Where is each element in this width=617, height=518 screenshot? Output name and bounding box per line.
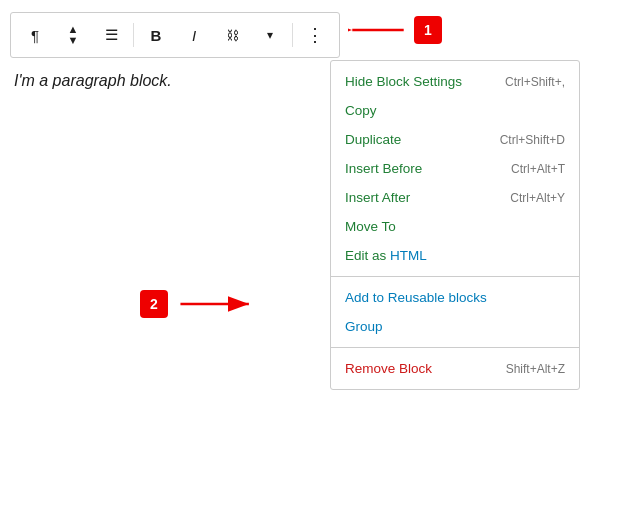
html-highlight: HTML	[390, 248, 427, 263]
menu-item-copy[interactable]: Copy	[331, 96, 579, 125]
menu-item-remove-block-shortcut: Shift+Alt+Z	[506, 362, 565, 376]
menu-item-add-reusable[interactable]: Add to Reusable blocks	[331, 283, 579, 312]
menu-item-move-to-label: Move To	[345, 219, 396, 234]
menu-section-2: Add to Reusable blocks Group	[331, 277, 579, 348]
menu-item-duplicate-shortcut: Ctrl+Shift+D	[500, 133, 565, 147]
menu-item-group-label: Group	[345, 319, 383, 334]
menu-item-hide-block-settings[interactable]: Hide Block Settings Ctrl+Shift+,	[331, 67, 579, 96]
paragraph-text: I'm a paragraph block.	[14, 72, 172, 90]
toolbar: ¶ ▲▼ ☰ B I ⛓ ▾ ⋮	[10, 12, 340, 58]
menu-item-hide-block-settings-label: Hide Block Settings	[345, 74, 462, 89]
three-dots-btn[interactable]: ⋮	[297, 17, 333, 53]
menu-item-remove-block[interactable]: Remove Block Shift+Alt+Z	[331, 354, 579, 383]
link-btn[interactable]: ⛓	[214, 17, 250, 53]
annotation-2: 2	[140, 290, 256, 318]
menu-item-move-to[interactable]: Move To	[331, 212, 579, 241]
menu-section-1: Hide Block Settings Ctrl+Shift+, Copy Du…	[331, 61, 579, 277]
menu-item-insert-after[interactable]: Insert After Ctrl+Alt+Y	[331, 183, 579, 212]
align-btn[interactable]: ☰	[93, 17, 129, 53]
arrow-2-icon	[176, 292, 256, 316]
menu-section-3: Remove Block Shift+Alt+Z	[331, 348, 579, 389]
dropdown-menu: Hide Block Settings Ctrl+Shift+, Copy Du…	[330, 60, 580, 390]
menu-item-duplicate[interactable]: Duplicate Ctrl+Shift+D	[331, 125, 579, 154]
bold-btn[interactable]: B	[138, 17, 174, 53]
annotation-badge-2: 2	[140, 290, 168, 318]
menu-item-copy-label: Copy	[345, 103, 377, 118]
editor-area: ¶ ▲▼ ☰ B I ⛓ ▾ ⋮ 1 I'm a paragraph block…	[0, 0, 617, 518]
arrow-1-icon	[348, 18, 408, 42]
menu-item-remove-block-label: Remove Block	[345, 361, 432, 376]
toolbar-divider-2	[292, 23, 293, 47]
menu-item-group[interactable]: Group	[331, 312, 579, 341]
menu-item-duplicate-label: Duplicate	[345, 132, 401, 147]
menu-item-edit-as-html-label: Edit as HTML	[345, 248, 427, 263]
menu-item-insert-before-label: Insert Before	[345, 161, 422, 176]
toolbar-divider-1	[133, 23, 134, 47]
menu-item-hide-block-settings-shortcut: Ctrl+Shift+,	[505, 75, 565, 89]
menu-item-insert-after-shortcut: Ctrl+Alt+Y	[510, 191, 565, 205]
menu-item-insert-after-label: Insert After	[345, 190, 410, 205]
move-btn[interactable]: ▲▼	[55, 17, 91, 53]
menu-item-add-reusable-label: Add to Reusable blocks	[345, 290, 487, 305]
menu-item-insert-before-shortcut: Ctrl+Alt+T	[511, 162, 565, 176]
menu-item-insert-before[interactable]: Insert Before Ctrl+Alt+T	[331, 154, 579, 183]
menu-item-edit-as-html[interactable]: Edit as HTML	[331, 241, 579, 270]
italic-btn[interactable]: I	[176, 17, 212, 53]
more-options-btn[interactable]: ▾	[252, 17, 288, 53]
annotation-1: 1	[348, 16, 442, 44]
paragraph-btn[interactable]: ¶	[17, 17, 53, 53]
annotation-badge-1: 1	[414, 16, 442, 44]
